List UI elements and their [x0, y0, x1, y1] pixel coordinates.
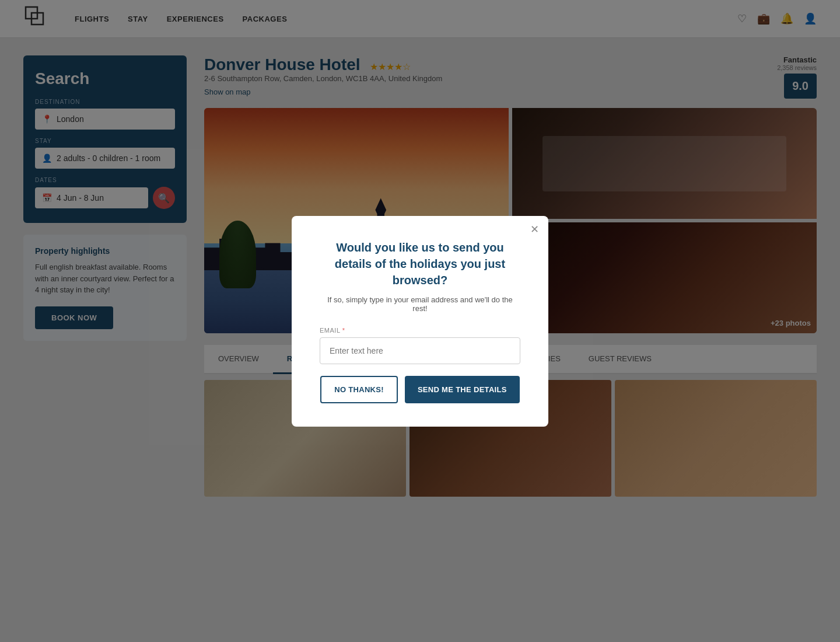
- modal: ✕ Would you like us to send you details …: [292, 216, 548, 427]
- no-thanks-button[interactable]: NO THANKS!: [320, 376, 398, 403]
- email-input[interactable]: [320, 337, 520, 364]
- modal-close-button[interactable]: ✕: [530, 223, 539, 236]
- modal-buttons: NO THANKS! SEND ME THE DETAILS: [320, 376, 520, 403]
- email-label: EMAIL *: [320, 327, 520, 334]
- modal-overlay: ✕ Would you like us to send you details …: [0, 0, 840, 514]
- modal-title: Would you like us to send you details of…: [320, 239, 520, 288]
- modal-subtitle: If so, simply type in your email address…: [320, 295, 520, 313]
- send-details-button[interactable]: SEND ME THE DETAILS: [405, 376, 520, 403]
